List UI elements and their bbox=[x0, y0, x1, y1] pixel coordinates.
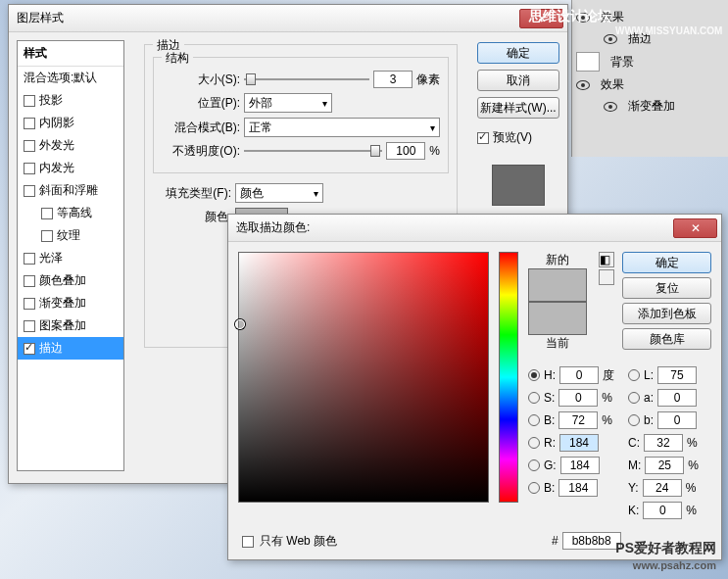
checkbox[interactable] bbox=[24, 253, 35, 265]
checkbox[interactable] bbox=[41, 208, 53, 219]
filltype-combo[interactable]: 颜色 bbox=[235, 183, 323, 203]
h-input[interactable] bbox=[559, 366, 599, 384]
s-input[interactable] bbox=[558, 389, 598, 407]
checkbox[interactable] bbox=[24, 343, 35, 355]
picker-colorlib-button[interactable]: 颜色库 bbox=[622, 328, 711, 350]
new-label: 新的 bbox=[528, 252, 587, 268]
style-item-coloroverlay[interactable]: 颜色叠加 bbox=[18, 269, 123, 292]
checkbox[interactable] bbox=[24, 163, 35, 174]
close-button[interactable]: ✕ bbox=[673, 218, 717, 238]
color-picker-dialog: 选取描边颜色: ✕ 新的 当前 ◧ 确定 复位 bbox=[227, 214, 722, 560]
color-picker-title: 选取描边颜色: bbox=[236, 219, 310, 236]
bb-input[interactable] bbox=[558, 479, 598, 497]
m-input[interactable] bbox=[645, 457, 684, 474]
thumb-icon bbox=[576, 52, 600, 72]
style-item-stroke[interactable]: 描边 bbox=[18, 337, 123, 360]
style-item-bevel[interactable]: 斜面和浮雕 bbox=[18, 179, 123, 202]
style-item-dropshadow[interactable]: 投影 bbox=[18, 89, 123, 112]
blend-default-item[interactable]: 混合选项:默认 bbox=[18, 67, 123, 89]
color-cursor-icon bbox=[235, 319, 245, 329]
styles-header[interactable]: 样式 bbox=[18, 41, 123, 67]
checkbox[interactable] bbox=[24, 275, 35, 287]
opacity-label: 不透明度(O): bbox=[162, 143, 240, 160]
eye-icon bbox=[604, 102, 617, 112]
g-input[interactable] bbox=[560, 457, 600, 474]
style-item-texture[interactable]: 纹理 bbox=[18, 224, 123, 247]
color-label: 颜色: bbox=[153, 209, 231, 225]
preview-checkbox[interactable] bbox=[477, 132, 489, 144]
size-slider[interactable] bbox=[244, 72, 369, 87]
radio-l[interactable] bbox=[628, 369, 640, 381]
radio-a[interactable] bbox=[628, 392, 640, 404]
k-input[interactable] bbox=[643, 502, 682, 519]
opacity-slider[interactable] bbox=[244, 143, 382, 159]
cube-icon[interactable]: ◧ bbox=[599, 252, 614, 267]
picker-reset-button[interactable]: 复位 bbox=[622, 277, 711, 299]
style-item-contour[interactable]: 等高线 bbox=[18, 202, 123, 224]
opacity-input[interactable] bbox=[386, 142, 425, 160]
styles-list: 样式 混合选项:默认 投影 内阴影 外发光 内发光 斜面和浮雕 等高线 纹理 光… bbox=[17, 40, 124, 471]
grad-label: 渐变叠加 bbox=[628, 98, 675, 115]
picker-addswatch-button[interactable]: 添加到色板 bbox=[622, 303, 711, 324]
current-color-preview bbox=[528, 302, 587, 335]
blendmode-combo[interactable]: 正常 bbox=[244, 118, 440, 137]
l-input[interactable] bbox=[657, 366, 697, 384]
radio-lb[interactable] bbox=[628, 414, 640, 426]
style-item-patternoverlay[interactable]: 图案叠加 bbox=[18, 314, 123, 337]
layer-style-title: 图层样式 bbox=[17, 10, 64, 26]
layer-style-titlebar[interactable]: 图层样式 ✕ bbox=[9, 5, 567, 32]
style-item-innerglow[interactable]: 内发光 bbox=[18, 157, 123, 179]
radio-h[interactable] bbox=[528, 369, 540, 381]
checkbox[interactable] bbox=[24, 185, 35, 197]
c-input[interactable] bbox=[644, 434, 683, 452]
radio-b[interactable] bbox=[528, 414, 540, 426]
structure-fieldset: 结构 大小(S):像素 位置(P):外部 混合模式(B):正常 不透明度(O):… bbox=[153, 57, 449, 173]
newstyle-button[interactable]: 新建样式(W)... bbox=[477, 97, 559, 119]
color-picker-titlebar[interactable]: 选取描边颜色: ✕ bbox=[228, 215, 721, 242]
new-color-preview bbox=[528, 268, 587, 302]
hue-slider[interactable] bbox=[499, 252, 518, 503]
hex-input[interactable] bbox=[562, 532, 621, 550]
webonly-label: 只有 Web 颜色 bbox=[260, 533, 337, 550]
swatch-icon[interactable] bbox=[599, 269, 614, 285]
watermark-bottom: PS爱好者教程网 bbox=[615, 540, 716, 557]
layers-effects2-row[interactable]: 效果 bbox=[576, 76, 724, 93]
lb-input[interactable] bbox=[657, 411, 697, 429]
b-input[interactable] bbox=[558, 411, 598, 429]
style-item-gradientoverlay[interactable]: 渐变叠加 bbox=[18, 292, 123, 314]
layers-grad-row[interactable]: 渐变叠加 bbox=[576, 98, 724, 115]
opacity-unit: % bbox=[429, 144, 440, 158]
ok-button[interactable]: 确定 bbox=[477, 42, 559, 64]
checkbox[interactable] bbox=[24, 95, 35, 107]
position-combo[interactable]: 外部 bbox=[244, 93, 332, 113]
effects2-label: 效果 bbox=[601, 76, 624, 93]
checkbox[interactable] bbox=[24, 298, 35, 310]
eye-icon bbox=[576, 80, 590, 90]
watermark-top: 思维设计论坛 bbox=[529, 8, 611, 25]
checkbox[interactable] bbox=[24, 118, 35, 129]
bg-label: 背景 bbox=[610, 54, 634, 71]
position-label: 位置(P): bbox=[162, 95, 240, 112]
watermark-top-url: WWW.MISSYUAN.COM bbox=[615, 25, 722, 36]
style-item-satin[interactable]: 光泽 bbox=[18, 247, 123, 269]
radio-g[interactable] bbox=[528, 459, 540, 471]
checkbox[interactable] bbox=[24, 320, 35, 332]
checkbox[interactable] bbox=[24, 140, 35, 152]
radio-s[interactable] bbox=[528, 392, 540, 404]
size-input[interactable] bbox=[373, 71, 413, 88]
style-item-innershadow[interactable]: 内阴影 bbox=[18, 112, 123, 134]
y-input[interactable] bbox=[643, 479, 682, 497]
a-input[interactable] bbox=[657, 389, 697, 407]
radio-r[interactable] bbox=[528, 437, 540, 449]
picker-ok-button[interactable]: 确定 bbox=[622, 252, 711, 273]
color-field[interactable] bbox=[238, 252, 489, 503]
layers-bg-row[interactable]: 背景 bbox=[576, 52, 724, 72]
webonly-checkbox[interactable] bbox=[242, 536, 254, 548]
size-unit: 像素 bbox=[416, 72, 440, 88]
style-item-outerglow[interactable]: 外发光 bbox=[18, 134, 123, 157]
hex-label: # bbox=[552, 534, 558, 548]
checkbox[interactable] bbox=[41, 230, 53, 242]
radio-bb[interactable] bbox=[528, 482, 540, 494]
r-input[interactable] bbox=[559, 434, 599, 452]
cancel-button[interactable]: 取消 bbox=[477, 70, 559, 91]
